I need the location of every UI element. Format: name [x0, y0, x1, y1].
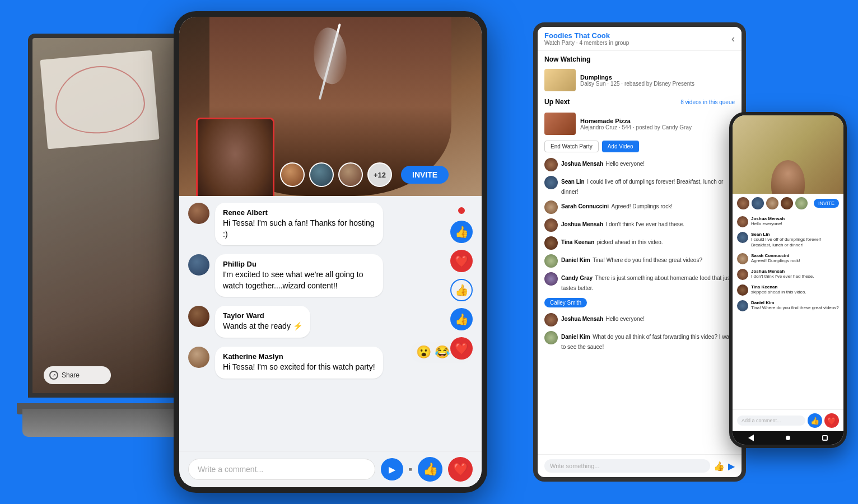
small-avatar-4 — [781, 197, 793, 209]
small-chat-name-6: Daniel Kim — [751, 300, 839, 305]
recents-nav-button[interactable] — [822, 435, 828, 441]
tablet-header: Foodies That Cook Watch Party · 4 member… — [538, 27, 742, 51]
small-comment-input[interactable]: Add a comment... — [737, 416, 805, 426]
small-comment-bar: Add a comment... 👍 ❤️ — [733, 409, 843, 431]
tablet-avatar-6 — [544, 254, 558, 268]
send-button[interactable]: ▶ — [381, 458, 403, 480]
tablet-chat-text-5: picked ahead in this video. — [597, 239, 663, 245]
chat-text-2: I'm excited to see what we're all going … — [223, 269, 375, 291]
tablet-msg-4: Joshua Mensah I don't think I've ever ha… — [544, 218, 735, 232]
tablet-chat-name-5: Tina Keenan — [561, 239, 594, 245]
participant-avatar-3 — [338, 162, 363, 187]
tablet-video-title-2: Homemade Pizza — [580, 118, 735, 124]
add-video-button[interactable]: Add Video — [602, 141, 639, 152]
send-icon: ▶ — [389, 464, 395, 475]
small-chat-content-5: Tina Keenan skipped ahead in this video. — [751, 284, 806, 295]
tablet-msg-10: Daniel Kim What do you all think of fast… — [544, 331, 735, 351]
chat-bubble-4: Katherine Maslyn Hi Tessa! I'm so excite… — [215, 347, 383, 379]
tablet-msg-6: Daniel Kim Tina! Where do you find these… — [544, 254, 735, 268]
small-invite-button[interactable]: INVITE — [814, 199, 839, 208]
tablet-chat-name-1: Joshua Mensah — [561, 161, 603, 167]
small-chat-avatar-5 — [737, 284, 748, 296]
up-next-link[interactable]: 8 videos in this queue — [680, 99, 735, 105]
end-party-button[interactable]: End Watch Party — [544, 141, 599, 152]
small-chat-content-4: Joshua Mensah I don't think I've ever ha… — [751, 269, 814, 279]
chat-message-2: Phillip Du I'm excited to see what we're… — [188, 254, 473, 297]
emoji-haha[interactable]: 😂 — [435, 345, 450, 360]
small-chat-name-3: Sarah Connuccini — [751, 253, 800, 258]
tablet-chat-content-1: Joshua Mensah Hello everyone! — [561, 158, 735, 168]
small-chat-text-6: Tina! Where do you find these great vide… — [751, 305, 839, 311]
home-nav-button[interactable] — [786, 436, 790, 440]
chat-avatar-2 — [188, 254, 209, 276]
participant-count: +12 — [367, 162, 392, 187]
small-chat-name-5: Tina Keenan — [751, 284, 806, 290]
reaction-like-2[interactable]: 👍 — [450, 279, 473, 301]
small-chat-avatar-1 — [737, 216, 748, 227]
small-like-button[interactable]: 👍 — [808, 413, 822, 428]
small-chat-avatar-3 — [737, 253, 748, 264]
up-next-header: Up Next 8 videos in this queue — [538, 95, 742, 109]
up-next-label: Up Next — [544, 98, 570, 106]
chat-avatar-1 — [188, 203, 209, 224]
phone-nav-bar — [733, 431, 843, 445]
comment-input[interactable]: Write a comment... — [188, 459, 375, 480]
tablet-msg-2: Sean Lin I could live off of dumplings f… — [544, 176, 735, 196]
tablet-comment-input[interactable]: Write something... — [544, 459, 710, 473]
tablet-chat-name-2: Sean Lin — [561, 179, 585, 185]
tablet-chat-area: Joshua Mensah Hello everyone! Sean Lin I… — [538, 155, 742, 454]
reaction-heart-1[interactable]: ❤️ — [450, 250, 473, 272]
small-chat-content-6: Daniel Kim Tina! Where do you find these… — [751, 300, 839, 311]
video-area: × +12 INVITE — [179, 17, 482, 196]
heart-button[interactable]: ❤️ — [448, 457, 473, 482]
reaction-heart-2[interactable]: ❤️ — [450, 337, 473, 360]
menu-lines[interactable]: ≡ — [409, 466, 412, 473]
tablet-msg-1: Joshua Mensah Hello everyone! — [544, 158, 735, 171]
reaction-like-1[interactable]: 👍 — [450, 221, 473, 243]
chat-text-3: Wands at the ready ⚡ — [223, 321, 302, 332]
small-chat-msg-6: Daniel Kim Tina! Where do you find these… — [737, 300, 839, 311]
small-avatar-2 — [752, 197, 764, 209]
tablet-like-icon[interactable]: 👍 — [714, 461, 725, 472]
small-chat-area: Joshua Mensah Hello everyone! Sean Lin I… — [733, 213, 843, 409]
participant-avatar-2 — [309, 162, 334, 187]
back-nav-button[interactable] — [748, 435, 754, 441]
phone-small: INVITE Joshua Mensah Hello everyone! Sea… — [729, 112, 847, 448]
tablet-chat-content-10: Daniel Kim What do you all think of fast… — [561, 331, 735, 351]
chat-bubble-1: Renee Albert Hi Tessa! I'm such a fan! T… — [215, 203, 383, 245]
laptop-share-bar[interactable]: ↗ Share — [44, 366, 111, 384]
small-chat-content-3: Sarah Connuccini Agreed! Dumplings rock! — [751, 253, 800, 264]
tablet-chat-content-2: Sean Lin I could live off of dumplings f… — [561, 176, 735, 196]
tablet-send-icon[interactable]: ▶ — [728, 461, 735, 472]
chat-name-2: Phillip Du — [223, 260, 375, 268]
invite-button[interactable]: INVITE — [401, 166, 449, 184]
tablet-avatar-10 — [544, 331, 558, 344]
small-chat-avatar-2 — [737, 232, 748, 243]
tablet-chat-content-7: Candy Gray There is just something about… — [561, 272, 735, 292]
reaction-like-3[interactable]: 👍 — [450, 308, 473, 330]
small-chat-msg-4: Joshua Mensah I don't think I've ever ha… — [737, 269, 839, 280]
chat-bubble-3: Taylor Ward Wands at the ready ⚡ — [215, 306, 310, 338]
tablet-back-icon[interactable]: ‹ — [731, 33, 735, 45]
tablet-avatar-7 — [544, 272, 558, 286]
small-avatar-1 — [737, 197, 749, 209]
tablet-join-badge: Cailey Smith — [544, 297, 735, 309]
tablet-comment-bar: Write something... 👍 ▶ — [538, 454, 742, 477]
tablet-chat-content-4: Joshua Mensah I don't think I've ever ha… — [561, 218, 735, 228]
chat-text-4: Hi Tessa! I'm so excited for this watch … — [223, 362, 375, 373]
small-heart-button[interactable]: ❤️ — [824, 413, 839, 428]
like-button[interactable]: 👍 — [418, 457, 442, 482]
tablet-chat-content-3: Sarah Connuccini Agreed! Dumplings rock! — [561, 200, 735, 211]
small-chat-text-4: I don't think I've ever had these. — [751, 274, 814, 279]
laptop-paper-art — [40, 50, 159, 150]
tablet-avatar-1 — [544, 158, 558, 171]
chat-name-1: Renee Albert — [223, 208, 375, 217]
tablet-chat-name-4: Joshua Mensah — [561, 221, 603, 227]
mini-video-overlay[interactable]: × — [196, 118, 274, 196]
tablet-chat-name-6: Daniel Kim — [561, 257, 590, 263]
phone-small-inner: INVITE Joshua Mensah Hello everyone! Sea… — [733, 115, 843, 445]
tablet-chat-name-7: Candy Gray — [561, 275, 593, 281]
small-chat-text-3: Agreed! Dumplings rock! — [751, 258, 800, 264]
mini-video-face — [198, 119, 273, 196]
emoji-love[interactable]: 😮 — [416, 345, 431, 360]
